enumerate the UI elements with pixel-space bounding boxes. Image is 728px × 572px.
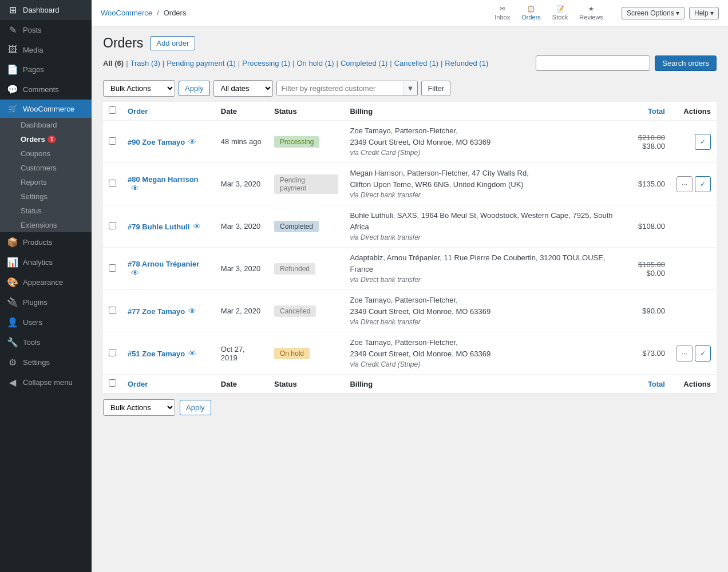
order-link[interactable]: #78 Arnou Trépanier [128, 260, 199, 268]
order-total: $108.00 [632, 205, 671, 248]
screen-options-btn[interactable]: Screen Options ▾ [622, 7, 685, 19]
row-checkbox[interactable] [109, 222, 116, 229]
sidebar-sub-item-woo-customers[interactable]: Customers [0, 161, 92, 175]
sidebar-sub-item-woo-status[interactable]: Status [0, 204, 92, 218]
breadcrumb: WooCommerce / Orders [101, 9, 186, 17]
search-input[interactable] [536, 55, 650, 71]
sidebar-item-label: Media [23, 46, 43, 54]
orders-icon-btn[interactable]: 📋 Orders [517, 3, 545, 23]
footer-bulk-actions-select[interactable]: Bulk Actions [103, 399, 175, 416]
stock-icon-btn[interactable]: 📝 Stock [548, 3, 573, 23]
sidebar-item-label: WooCommerce [23, 105, 74, 113]
footer-apply-button[interactable]: Apply [180, 400, 211, 415]
sidebar-item-label: Comments [23, 85, 59, 94]
select-all-checkbox[interactable] [109, 106, 116, 114]
apply-bulk-button[interactable]: Apply [179, 81, 210, 96]
view-order-icon[interactable]: 👁 [188, 307, 196, 316]
sidebar-item-label: Tools [23, 338, 40, 347]
order-link[interactable]: #80 Megan Harrison [128, 175, 199, 184]
products-icon: 📦 [7, 237, 18, 248]
view-order-icon[interactable]: 👁 [131, 268, 139, 277]
row-checkbox[interactable] [109, 137, 116, 145]
complete-order-button[interactable]: ✓ [695, 345, 711, 362]
page-title: Orders [103, 35, 143, 51]
sidebar-item-pages[interactable]: 📄 Pages [0, 59, 92, 80]
sidebar-item-comments[interactable]: 💬 Comments [0, 80, 92, 100]
more-actions-button[interactable]: ··· [676, 176, 693, 192]
sidebar-item-users[interactable]: 👤 Users [0, 312, 92, 332]
complete-order-button[interactable]: ✓ [695, 176, 711, 192]
sidebar-item-media[interactable]: 🖼 Media [0, 40, 92, 59]
actions-row: Bulk Actions Apply All dates ▼ Filter [103, 80, 717, 97]
filter-button[interactable]: Filter [421, 81, 450, 96]
row-checkbox[interactable] [109, 307, 116, 314]
table-header-row: Order Date Status Billing Total Actions [103, 102, 717, 121]
status-badge: Cancelled [274, 305, 316, 317]
dates-select[interactable]: All dates [213, 80, 273, 97]
add-order-button[interactable]: Add order [150, 36, 195, 50]
filter-link-all[interactable]: All (6) [103, 59, 124, 67]
complete-order-button[interactable]: ✓ [695, 134, 711, 150]
row-checkbox[interactable] [109, 349, 116, 356]
sidebar-sub-item-woo-reports[interactable]: Reports [0, 175, 92, 189]
filter-link-onhold[interactable]: On hold (1) [296, 59, 334, 67]
sidebar-item-woocommerce[interactable]: 🛒 WooCommerce [0, 100, 92, 118]
main-content: WooCommerce / Orders ✉ Inbox 📋 Orders 📝 … [92, 0, 728, 572]
search-orders-button[interactable]: Search orders [655, 55, 717, 71]
order-link[interactable]: #79 Buhle Luthuli [128, 223, 189, 231]
col-header-billing: Billing [344, 102, 632, 121]
filter-link-cancelled[interactable]: Cancelled (1) [394, 59, 438, 67]
order-link[interactable]: #90 Zoe Tamayo [128, 138, 185, 146]
filter-link-trash[interactable]: Trash (3) [130, 59, 160, 67]
view-order-icon[interactable]: 👁 [131, 184, 139, 193]
sidebar-item-collapse[interactable]: ◀ Collapse menu [0, 372, 92, 392]
order-total: $105.00$0.00 [632, 248, 671, 290]
payment-method: via Direct bank transfer [350, 232, 627, 243]
row-checkbox[interactable] [109, 180, 116, 187]
order-actions [671, 290, 717, 332]
bulk-actions-select[interactable]: Bulk Actions [103, 80, 175, 97]
sidebar-sub-item-woo-extensions[interactable]: Extensions [0, 218, 92, 232]
filter-customer-dropdown-icon[interactable]: ▼ [403, 81, 418, 96]
col-footer-order[interactable]: Order [122, 375, 215, 394]
col-header-order[interactable]: Order [122, 102, 215, 121]
status-badge: Completed [274, 221, 319, 232]
inbox-icon-btn[interactable]: ✉ Inbox [490, 3, 515, 23]
col-header-total[interactable]: Total [632, 102, 671, 121]
sidebar-item-dashboard[interactable]: ⊞ Dashboard [0, 0, 92, 20]
reviews-icon-btn[interactable]: ★ Reviews [575, 3, 608, 23]
col-footer-status: Status [268, 375, 344, 394]
row-checkbox[interactable] [109, 264, 116, 272]
col-footer-total[interactable]: Total [632, 375, 671, 394]
order-link[interactable]: #51 Zoe Tamayo [128, 349, 185, 358]
table-row: #78 Arnou Trépanier👁Mar 3, 2020RefundedA… [103, 248, 717, 290]
order-total: $90.00 [632, 290, 671, 332]
order-link[interactable]: #77 Zoe Tamayo [128, 307, 185, 316]
sidebar-sub-item-woo-settings[interactable]: Settings [0, 189, 92, 204]
sidebar-item-label: Settings [23, 358, 50, 367]
sidebar-sub-item-woo-dashboard[interactable]: Dashboard [0, 118, 92, 132]
filter-link-processing[interactable]: Processing (1) [242, 59, 290, 67]
more-actions-button[interactable]: ··· [676, 345, 693, 362]
view-order-icon[interactable]: 👁 [193, 222, 201, 231]
sidebar-item-appearance[interactable]: 🎨 Appearance [0, 272, 92, 292]
sidebar-sub-item-woo-orders[interactable]: Orders 1 [0, 132, 92, 146]
view-order-icon[interactable]: 👁 [188, 137, 196, 146]
filter-customer-input[interactable] [277, 81, 403, 96]
sidebar-item-posts[interactable]: ✎ Posts [0, 20, 92, 40]
filter-link-completed[interactable]: Completed (1) [341, 59, 387, 67]
filter-link-pending[interactable]: Pending payment (1) [167, 59, 236, 67]
select-all-footer-checkbox[interactable] [109, 379, 116, 387]
help-btn[interactable]: Help ▾ [689, 7, 719, 19]
breadcrumb-woocommerce-link[interactable]: WooCommerce [101, 9, 152, 17]
sidebar-item-products[interactable]: 📦 Products [0, 232, 92, 252]
view-order-icon[interactable]: 👁 [188, 349, 196, 358]
footer-actions: Bulk Actions Apply [103, 394, 717, 422]
filter-link-refunded[interactable]: Refunded (1) [445, 59, 488, 67]
sidebar-item-plugins[interactable]: 🔌 Plugins [0, 292, 92, 312]
breadcrumb-sep: / [157, 9, 159, 17]
sidebar-item-tools[interactable]: 🔧 Tools [0, 332, 92, 352]
sidebar-item-analytics[interactable]: 📊 Analytics [0, 252, 92, 272]
sidebar-item-settings[interactable]: ⚙ Settings [0, 352, 92, 372]
sidebar-sub-item-woo-coupons[interactable]: Coupons [0, 146, 92, 161]
